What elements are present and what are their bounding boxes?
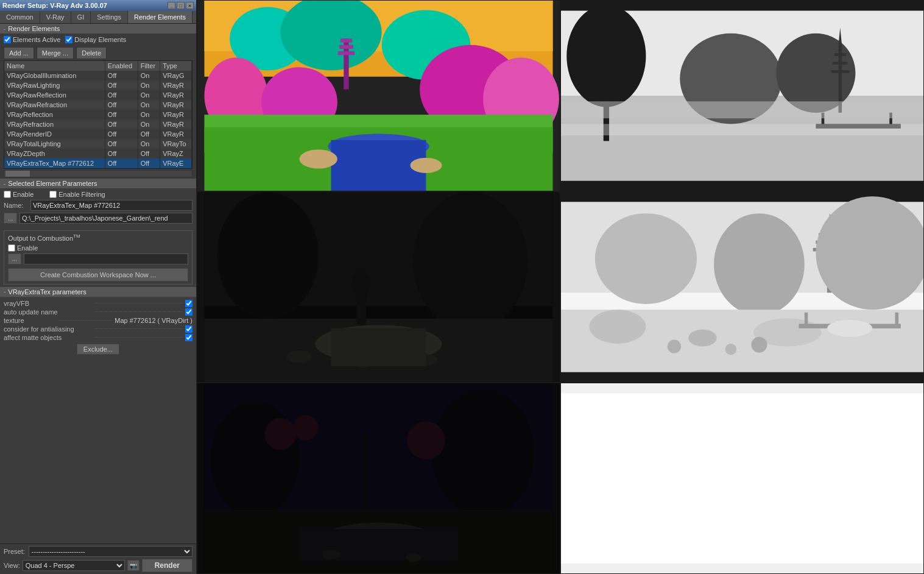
selected-element-params-title: Selected Element Parameters <box>8 180 97 187</box>
elements-active-label[interactable]: Elements Active <box>4 36 60 43</box>
view-label: View: <box>4 562 20 569</box>
svg-point-67 <box>751 337 767 353</box>
add-button[interactable]: Add ... <box>4 47 34 59</box>
render-button[interactable]: Render <box>142 559 192 572</box>
elements-active-checkbox[interactable] <box>4 36 11 43</box>
table-row[interactable]: VRayExtraTex_Map #772612 Off Off VRayE <box>4 158 192 168</box>
display-elements-checkbox[interactable] <box>65 36 72 43</box>
vray-params: vrayVFB auto update name texture Map #77… <box>0 297 196 360</box>
enable-checkbox[interactable] <box>4 191 11 198</box>
svg-point-79 <box>322 549 340 559</box>
selected-element-params-header: - Selected Element Parameters <box>0 179 196 188</box>
path-row: ... <box>4 213 192 224</box>
enable-row: Enable Enable Filtering <box>4 191 192 198</box>
params-section: Enable Enable Filtering Name: ... <box>0 188 196 228</box>
cell-filter: Off <box>138 149 160 158</box>
vray-param-row: vrayVFB <box>4 300 192 307</box>
param-dots <box>94 328 183 329</box>
exclude-button[interactable]: Exclude... <box>77 344 119 355</box>
enable-label[interactable]: Enable <box>4 191 34 198</box>
maximize-button[interactable]: □ <box>177 2 185 9</box>
combustion-title: Output to CombustionTM <box>8 233 188 242</box>
svg-point-41 <box>287 350 312 363</box>
render-cell-white <box>560 383 924 574</box>
svg-point-55 <box>714 213 805 315</box>
bottom-bar: Preset: ------------------------ View: Q… <box>0 544 196 574</box>
cell-type: VRayR <box>160 110 192 119</box>
cell-name: VRayRenderID <box>4 129 105 139</box>
delete-button[interactable]: Delete <box>76 47 107 59</box>
preset-select[interactable]: ------------------------ <box>29 546 192 557</box>
vray-param-checkbox[interactable] <box>185 334 192 341</box>
svg-point-13 <box>300 149 337 168</box>
tab-settings[interactable]: Settings <box>91 11 128 23</box>
tab-vray[interactable]: V-Ray <box>40 11 71 23</box>
cell-type: VRayR <box>160 100 192 110</box>
combustion-enable-label[interactable]: Enable <box>8 244 38 252</box>
table-row[interactable]: VRayRawReflection Off On VRayR <box>4 90 192 100</box>
elements-table-wrapper[interactable]: Name Enabled Filter Type VRayGlobalIllum… <box>4 60 192 169</box>
tab-common[interactable]: Common <box>0 11 40 23</box>
combustion-enable-checkbox[interactable] <box>8 244 15 252</box>
close-button[interactable]: × <box>186 2 194 9</box>
svg-rect-29 <box>831 70 849 73</box>
svg-rect-44 <box>331 328 426 366</box>
table-row[interactable]: VRayRawRefraction Off On VRayR <box>4 100 192 110</box>
merge-button[interactable]: Merge ... <box>37 47 74 59</box>
svg-rect-33 <box>561 101 923 118</box>
path-browse-button[interactable]: ... <box>4 213 17 224</box>
view-select[interactable]: Quad 4 - Perspe <box>23 560 125 571</box>
enable-filtering-label[interactable]: Enable Filtering <box>49 191 105 198</box>
camera-button[interactable]: 📷 <box>127 560 139 571</box>
svg-point-71 <box>432 389 534 516</box>
cell-enabled: Off <box>105 80 138 90</box>
vray-param-checkbox[interactable] <box>185 300 192 307</box>
enable-filtering-checkbox[interactable] <box>49 191 57 198</box>
vray-param-name: consider for antialiasing <box>4 325 92 333</box>
cell-type: VRayR <box>160 129 192 139</box>
vray-param-checkbox[interactable] <box>185 325 192 333</box>
svg-point-80 <box>406 553 421 562</box>
left-panel: Render Setup: V-Ray Adv 3.00.07 _ □ × Co… <box>0 0 197 574</box>
table-row[interactable]: VRayRawLighting Off On VRayR <box>4 80 192 90</box>
title-bar-controls: _ □ × <box>168 2 194 9</box>
table-row[interactable]: VRayReflection Off On VRayR <box>4 110 192 119</box>
param-dots <box>94 337 183 338</box>
render-cell-bw-top <box>560 0 924 191</box>
create-combustion-button[interactable]: Create Combustion Workspace Now ... <box>8 268 188 282</box>
col-enabled: Enabled <box>105 61 138 71</box>
col-name: Name <box>4 61 105 71</box>
tab-gi[interactable]: GI <box>71 11 91 23</box>
combustion-path-input[interactable] <box>24 253 188 264</box>
table-row[interactable]: VRayTotalLighting Off On VRayTo <box>4 139 192 149</box>
svg-point-14 <box>411 158 442 173</box>
cell-name: VRayGlobalIllumination <box>4 71 105 80</box>
tab-render-elements[interactable]: Render Elements <box>128 11 192 23</box>
collapse-icon-3: - <box>4 288 5 295</box>
render-cell-dark2 <box>197 383 560 574</box>
col-filter: Filter <box>138 61 160 71</box>
cell-name: VRayTotalLighting <box>4 139 105 149</box>
col-type: Type <box>160 61 192 71</box>
svg-rect-74 <box>363 434 366 510</box>
tabs-bar: Common V-Ray GI Settings Render Elements <box>0 11 196 24</box>
table-row[interactable]: VRayZDepth Off Off VRayZ <box>4 149 192 158</box>
table-row[interactable]: VRayRenderID Off Off VRayR <box>4 129 192 139</box>
cell-enabled: Off <box>105 149 138 158</box>
name-label: Name: <box>4 202 28 209</box>
minimize-button[interactable]: _ <box>168 2 175 9</box>
svg-point-65 <box>668 339 681 353</box>
vray-param-checkbox[interactable] <box>185 308 192 316</box>
cell-type: VRayE <box>160 158 192 168</box>
path-input[interactable] <box>19 213 192 224</box>
title-bar: Render Setup: V-Ray Adv 3.00.07 _ □ × <box>0 0 196 11</box>
table-row[interactable]: VRayGlobalIllumination Off On VRayG <box>4 71 192 80</box>
preset-row: Preset: ------------------------ <box>4 546 192 557</box>
h-scrollbar[interactable] <box>4 170 192 177</box>
display-elements-label[interactable]: Display Elements <box>65 36 126 43</box>
name-input[interactable] <box>30 200 192 211</box>
svg-point-77 <box>407 421 445 459</box>
combustion-browse-button[interactable]: ... <box>8 253 21 264</box>
table-row[interactable]: VRayRefraction Off On VRayR <box>4 119 192 129</box>
cell-type: VRayTo <box>160 139 192 149</box>
